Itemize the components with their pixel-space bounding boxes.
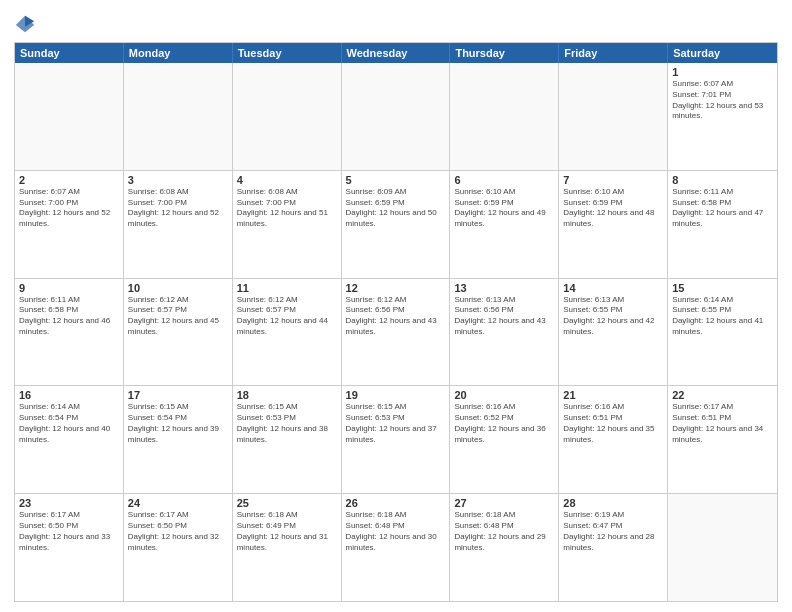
day-number: 13 [454,282,554,294]
calendar-cell: 12Sunrise: 6:12 AM Sunset: 6:56 PM Dayli… [342,279,451,386]
day-number: 11 [237,282,337,294]
cell-info: Sunrise: 6:10 AM Sunset: 6:59 PM Dayligh… [563,187,663,230]
calendar-cell: 27Sunrise: 6:18 AM Sunset: 6:48 PM Dayli… [450,494,559,601]
calendar-cell: 6Sunrise: 6:10 AM Sunset: 6:59 PM Daylig… [450,171,559,278]
cal-header-friday: Friday [559,43,668,63]
cell-info: Sunrise: 6:07 AM Sunset: 7:00 PM Dayligh… [19,187,119,230]
calendar-cell [15,63,124,170]
header [14,10,778,36]
calendar-cell: 21Sunrise: 6:16 AM Sunset: 6:51 PM Dayli… [559,386,668,493]
logo [14,14,40,36]
day-number: 10 [128,282,228,294]
calendar-cell: 23Sunrise: 6:17 AM Sunset: 6:50 PM Dayli… [15,494,124,601]
calendar-cell: 5Sunrise: 6:09 AM Sunset: 6:59 PM Daylig… [342,171,451,278]
calendar-cell: 11Sunrise: 6:12 AM Sunset: 6:57 PM Dayli… [233,279,342,386]
calendar-cell: 13Sunrise: 6:13 AM Sunset: 6:56 PM Dayli… [450,279,559,386]
calendar-week-3: 9Sunrise: 6:11 AM Sunset: 6:58 PM Daylig… [15,279,777,387]
day-number: 8 [672,174,773,186]
calendar-week-4: 16Sunrise: 6:14 AM Sunset: 6:54 PM Dayli… [15,386,777,494]
cell-info: Sunrise: 6:13 AM Sunset: 6:55 PM Dayligh… [563,295,663,338]
day-number: 18 [237,389,337,401]
cal-header-sunday: Sunday [15,43,124,63]
calendar-cell: 14Sunrise: 6:13 AM Sunset: 6:55 PM Dayli… [559,279,668,386]
calendar-cell [342,63,451,170]
logo-icon [14,14,36,36]
calendar-cell: 17Sunrise: 6:15 AM Sunset: 6:54 PM Dayli… [124,386,233,493]
day-number: 4 [237,174,337,186]
cal-header-saturday: Saturday [668,43,777,63]
day-number: 7 [563,174,663,186]
day-number: 23 [19,497,119,509]
cal-header-thursday: Thursday [450,43,559,63]
calendar-week-2: 2Sunrise: 6:07 AM Sunset: 7:00 PM Daylig… [15,171,777,279]
calendar-cell [559,63,668,170]
calendar-cell [450,63,559,170]
calendar-cell: 3Sunrise: 6:08 AM Sunset: 7:00 PM Daylig… [124,171,233,278]
cell-info: Sunrise: 6:16 AM Sunset: 6:52 PM Dayligh… [454,402,554,445]
cell-info: Sunrise: 6:08 AM Sunset: 7:00 PM Dayligh… [128,187,228,230]
cell-info: Sunrise: 6:10 AM Sunset: 6:59 PM Dayligh… [454,187,554,230]
day-number: 5 [346,174,446,186]
calendar-cell: 8Sunrise: 6:11 AM Sunset: 6:58 PM Daylig… [668,171,777,278]
cell-info: Sunrise: 6:14 AM Sunset: 6:55 PM Dayligh… [672,295,773,338]
calendar-body: 1Sunrise: 6:07 AM Sunset: 7:01 PM Daylig… [15,63,777,601]
calendar-cell: 1Sunrise: 6:07 AM Sunset: 7:01 PM Daylig… [668,63,777,170]
calendar-cell [233,63,342,170]
calendar-cell: 7Sunrise: 6:10 AM Sunset: 6:59 PM Daylig… [559,171,668,278]
calendar-cell: 4Sunrise: 6:08 AM Sunset: 7:00 PM Daylig… [233,171,342,278]
cell-info: Sunrise: 6:15 AM Sunset: 6:53 PM Dayligh… [346,402,446,445]
day-number: 20 [454,389,554,401]
cal-header-wednesday: Wednesday [342,43,451,63]
calendar-cell: 15Sunrise: 6:14 AM Sunset: 6:55 PM Dayli… [668,279,777,386]
day-number: 3 [128,174,228,186]
cell-info: Sunrise: 6:08 AM Sunset: 7:00 PM Dayligh… [237,187,337,230]
cell-info: Sunrise: 6:12 AM Sunset: 6:57 PM Dayligh… [128,295,228,338]
calendar-week-1: 1Sunrise: 6:07 AM Sunset: 7:01 PM Daylig… [15,63,777,171]
calendar-cell: 19Sunrise: 6:15 AM Sunset: 6:53 PM Dayli… [342,386,451,493]
day-number: 6 [454,174,554,186]
calendar-cell: 22Sunrise: 6:17 AM Sunset: 6:51 PM Dayli… [668,386,777,493]
calendar-cell: 25Sunrise: 6:18 AM Sunset: 6:49 PM Dayli… [233,494,342,601]
cal-header-tuesday: Tuesday [233,43,342,63]
day-number: 16 [19,389,119,401]
calendar-cell: 26Sunrise: 6:18 AM Sunset: 6:48 PM Dayli… [342,494,451,601]
day-number: 1 [672,66,773,78]
page: SundayMondayTuesdayWednesdayThursdayFrid… [0,0,792,612]
cell-info: Sunrise: 6:07 AM Sunset: 7:01 PM Dayligh… [672,79,773,122]
cell-info: Sunrise: 6:15 AM Sunset: 6:53 PM Dayligh… [237,402,337,445]
cell-info: Sunrise: 6:18 AM Sunset: 6:48 PM Dayligh… [346,510,446,553]
calendar-cell: 24Sunrise: 6:17 AM Sunset: 6:50 PM Dayli… [124,494,233,601]
cell-info: Sunrise: 6:13 AM Sunset: 6:56 PM Dayligh… [454,295,554,338]
day-number: 22 [672,389,773,401]
cell-info: Sunrise: 6:11 AM Sunset: 6:58 PM Dayligh… [19,295,119,338]
calendar-cell: 2Sunrise: 6:07 AM Sunset: 7:00 PM Daylig… [15,171,124,278]
day-number: 24 [128,497,228,509]
cell-info: Sunrise: 6:18 AM Sunset: 6:49 PM Dayligh… [237,510,337,553]
calendar-cell: 10Sunrise: 6:12 AM Sunset: 6:57 PM Dayli… [124,279,233,386]
cal-header-monday: Monday [124,43,233,63]
cell-info: Sunrise: 6:12 AM Sunset: 6:57 PM Dayligh… [237,295,337,338]
day-number: 9 [19,282,119,294]
day-number: 2 [19,174,119,186]
cell-info: Sunrise: 6:11 AM Sunset: 6:58 PM Dayligh… [672,187,773,230]
cell-info: Sunrise: 6:18 AM Sunset: 6:48 PM Dayligh… [454,510,554,553]
cell-info: Sunrise: 6:16 AM Sunset: 6:51 PM Dayligh… [563,402,663,445]
day-number: 27 [454,497,554,509]
calendar-cell: 20Sunrise: 6:16 AM Sunset: 6:52 PM Dayli… [450,386,559,493]
calendar-cell: 16Sunrise: 6:14 AM Sunset: 6:54 PM Dayli… [15,386,124,493]
day-number: 15 [672,282,773,294]
day-number: 12 [346,282,446,294]
day-number: 14 [563,282,663,294]
cell-info: Sunrise: 6:17 AM Sunset: 6:50 PM Dayligh… [19,510,119,553]
calendar-week-5: 23Sunrise: 6:17 AM Sunset: 6:50 PM Dayli… [15,494,777,601]
calendar-cell [124,63,233,170]
cell-info: Sunrise: 6:17 AM Sunset: 6:50 PM Dayligh… [128,510,228,553]
cell-info: Sunrise: 6:17 AM Sunset: 6:51 PM Dayligh… [672,402,773,445]
cell-info: Sunrise: 6:12 AM Sunset: 6:56 PM Dayligh… [346,295,446,338]
cell-info: Sunrise: 6:19 AM Sunset: 6:47 PM Dayligh… [563,510,663,553]
day-number: 28 [563,497,663,509]
cell-info: Sunrise: 6:09 AM Sunset: 6:59 PM Dayligh… [346,187,446,230]
day-number: 17 [128,389,228,401]
calendar-cell: 9Sunrise: 6:11 AM Sunset: 6:58 PM Daylig… [15,279,124,386]
calendar-header-row: SundayMondayTuesdayWednesdayThursdayFrid… [15,43,777,63]
